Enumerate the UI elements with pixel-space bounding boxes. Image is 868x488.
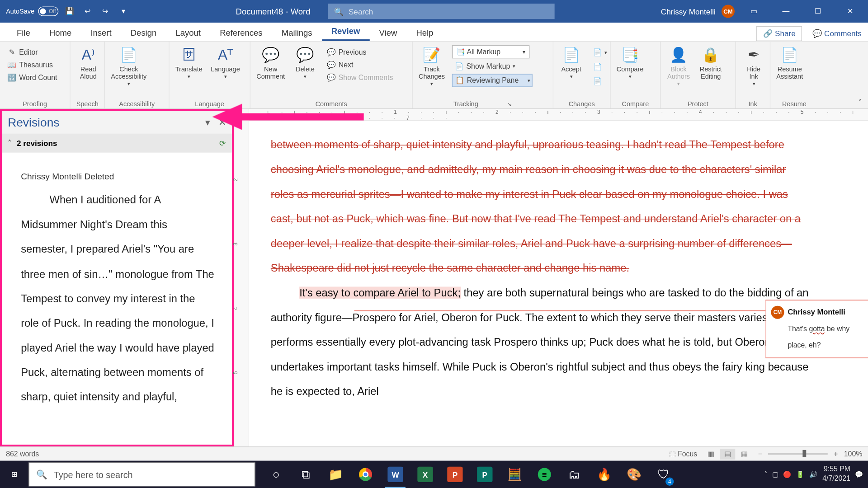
tray-volume-icon[interactable]: 🔊 xyxy=(809,470,817,478)
chrome-icon[interactable] xyxy=(351,461,381,488)
group-speech: Speech xyxy=(73,99,102,108)
restrict-icon: 🔒 xyxy=(701,45,720,64)
resume-assistant-button[interactable]: 📄Resume Assistant xyxy=(773,43,807,82)
collapse-ribbon-icon[interactable]: ˄ xyxy=(859,99,862,106)
minimize-icon[interactable]: — xyxy=(773,0,799,23)
maximize-icon[interactable]: ☐ xyxy=(805,0,831,23)
file-explorer-icon[interactable]: 📁 xyxy=(321,461,351,488)
tab-layout[interactable]: Layout xyxy=(166,24,210,41)
reviewing-pane-button[interactable]: 📋Reviewing Pane ▾ xyxy=(452,74,533,87)
tab-view[interactable]: View xyxy=(369,24,406,41)
reject-button[interactable]: 📄▾ xyxy=(590,47,609,58)
user-name[interactable]: Chrissy Montelli xyxy=(661,7,716,16)
show-markup-button[interactable]: 📄Show Markup ▾ xyxy=(452,60,533,72)
show-comments-button[interactable]: 💬Show Comments xyxy=(324,71,395,83)
autosave-toggle[interactable]: AutoSave Off xyxy=(6,7,58,16)
thesaurus-button[interactable]: 📖Thesaurus xyxy=(5,59,60,71)
track-changes-icon: 📝 xyxy=(422,45,441,64)
toggle-pill[interactable]: Off xyxy=(38,7,58,16)
editor-button[interactable]: ✎Editor xyxy=(5,47,60,58)
check-accessibility-button[interactable]: 📄Check Accessibility▾ xyxy=(107,43,150,89)
comments-button[interactable]: 💬 Comments xyxy=(806,26,868,41)
hide-ink-button[interactable]: ✒Hide Ink▾ xyxy=(738,43,769,89)
publisher-icon[interactable]: P xyxy=(470,461,500,488)
read-aloud-button[interactable]: A⁾Read Aloud xyxy=(73,43,104,82)
next-comment-button[interactable]: 💬Next xyxy=(324,59,395,71)
ribbon-display-icon[interactable]: ▭ xyxy=(741,0,767,23)
tray-battery-icon[interactable]: 🔋 xyxy=(796,470,804,478)
powerpoint-icon[interactable]: P xyxy=(440,461,470,488)
close-icon[interactable]: ✕ xyxy=(837,0,863,23)
restrict-editing-button[interactable]: 🔒Restrict Editing xyxy=(695,43,726,82)
tab-help[interactable]: Help xyxy=(406,24,443,41)
tray-chevron-icon[interactable]: ˄ xyxy=(764,470,768,478)
collapse-icon[interactable]: ˄ xyxy=(8,139,12,148)
block-authors-icon: 👤 xyxy=(669,45,688,64)
revisions-body[interactable]: Chrissy Montelli Deleted When I audition… xyxy=(2,153,232,445)
redo-icon[interactable]: ↪ xyxy=(99,5,112,18)
taskbar-search[interactable]: 🔍 Type here to search xyxy=(28,463,255,487)
word-count-button[interactable]: 🔢Word Count xyxy=(5,71,60,83)
web-layout-icon[interactable]: ▦ xyxy=(736,449,752,460)
tab-design[interactable]: Design xyxy=(121,24,166,41)
undo-icon[interactable]: ↩ xyxy=(81,5,94,18)
block-authors-button[interactable]: 👤Block Authors▾ xyxy=(663,43,694,89)
focus-button[interactable]: ⬚ Focus xyxy=(669,450,697,458)
security-icon[interactable]: 🛡4 xyxy=(649,461,679,488)
word-count-status[interactable]: 862 words xyxy=(6,450,39,458)
read-mode-icon[interactable]: ▥ xyxy=(703,449,718,460)
tray-mcafee-icon[interactable]: 🔴 xyxy=(783,470,791,478)
tab-mailings[interactable]: Mailings xyxy=(272,24,322,41)
qat-dropdown-icon[interactable]: ▾ xyxy=(117,5,130,18)
notifications-icon[interactable]: 💬 xyxy=(855,470,863,478)
markup-dropdown[interactable]: 📑 All Markup▾ xyxy=(452,45,529,58)
calculator-icon[interactable]: 🧮 xyxy=(500,461,529,488)
user-avatar[interactable]: CM xyxy=(722,5,735,18)
zoom-out-icon[interactable]: − xyxy=(758,450,762,458)
new-comment-button[interactable]: 💬New Comment xyxy=(253,43,288,82)
taskbar-clock[interactable]: 9:55 PM 4/7/2021 xyxy=(822,465,850,483)
tab-file[interactable]: File xyxy=(7,24,40,41)
delete-comment-button[interactable]: 💬Delete▾ xyxy=(290,43,321,82)
accept-button[interactable]: 📄Accept▾ xyxy=(556,43,587,82)
share-button[interactable]: 🔗 Share xyxy=(756,26,802,41)
zoom-in-icon[interactable]: + xyxy=(834,450,838,458)
tab-review[interactable]: Review xyxy=(322,23,370,41)
body-paragraph: It's easy to compare Ariel to Puck; they… xyxy=(271,287,809,398)
zoom-slider[interactable] xyxy=(768,453,828,455)
tab-home[interactable]: Home xyxy=(40,24,81,41)
document-page[interactable]: between moments of sharp, quiet intensit… xyxy=(249,121,868,446)
app-icon-1[interactable]: 🗂 xyxy=(559,461,589,488)
word-icon[interactable]: W xyxy=(381,461,410,488)
track-changes-button[interactable]: 📝Track Changes▾ xyxy=(415,43,448,89)
comment-card[interactable]: CM Chrissy Montelli That's gotta be why … xyxy=(766,300,868,358)
print-layout-icon[interactable]: ▤ xyxy=(720,449,735,460)
save-icon[interactable]: 💾 xyxy=(63,5,76,18)
excel-icon[interactable]: X xyxy=(410,461,440,488)
previous-comment-button[interactable]: 💬Previous xyxy=(324,47,395,58)
paint-icon[interactable]: 🎨 xyxy=(619,461,649,488)
spotify-icon[interactable]: ≡ xyxy=(529,461,559,488)
tray-meet-icon[interactable]: ▢ xyxy=(772,470,778,478)
compare-button[interactable]: 📑Compare▾ xyxy=(613,43,647,82)
cortana-icon[interactable]: ○ xyxy=(261,461,291,488)
app-icon-2[interactable]: 🔥 xyxy=(589,461,619,488)
status-bar: 862 words ⬚ Focus ▥ ▤ ▦ − + 100% xyxy=(0,446,868,461)
start-button[interactable]: ⊞ xyxy=(0,461,28,488)
refresh-icon[interactable]: ⟳ xyxy=(219,139,226,148)
revisions-dropdown-icon[interactable]: ▾ xyxy=(205,117,210,128)
next-change-icon: 📄 xyxy=(593,76,602,86)
tab-insert[interactable]: Insert xyxy=(81,24,121,41)
prev-change-button[interactable]: 📄 xyxy=(590,61,609,73)
dialog-launcher-icon[interactable]: ↘ xyxy=(507,101,512,107)
language-button[interactable]: AᵀLanguage▾ xyxy=(207,43,243,82)
revisions-pane: Revisions ▾ ✕ ˄ 2 revisions ⟳ Chrissy Mo… xyxy=(0,109,234,446)
task-view-icon[interactable]: ⧉ xyxy=(291,461,321,488)
vertical-ruler[interactable]: 2 3 4 5 xyxy=(234,109,249,446)
next-change-button[interactable]: 📄 xyxy=(590,75,609,87)
revision-author-action: Chrissy Montelli Deleted xyxy=(21,167,215,187)
tab-references[interactable]: References xyxy=(210,24,272,41)
zoom-level[interactable]: 100% xyxy=(844,450,862,458)
translate-button[interactable]: 🈂Translate▾ xyxy=(172,43,206,82)
search-box[interactable]: 🔍 Search xyxy=(328,4,555,19)
